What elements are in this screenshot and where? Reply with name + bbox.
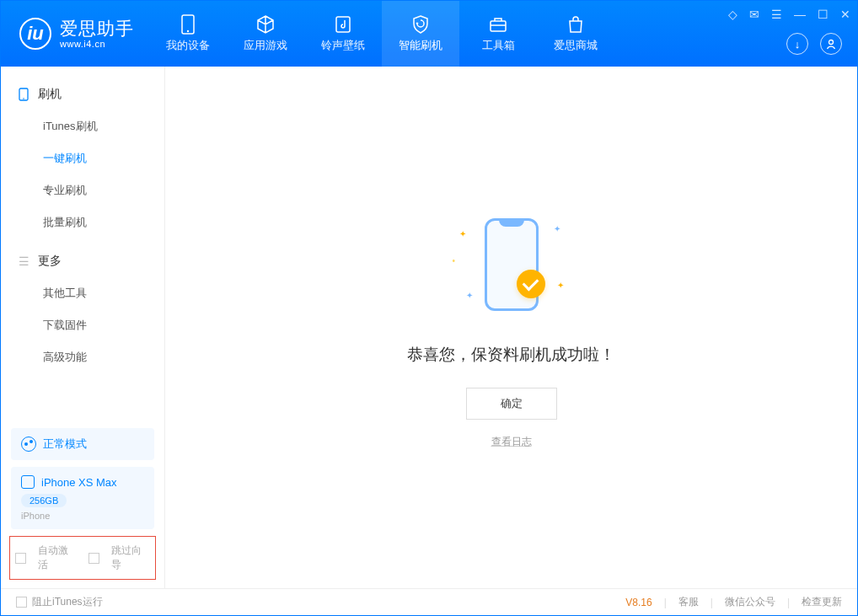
window-controls: ◇ ✉ ☰ ― ☐ ✕ (728, 8, 850, 21)
music-icon (333, 14, 353, 35)
device-type: iPhone (21, 511, 144, 521)
sidebar-item-other-tools[interactable]: 其他工具 (1, 277, 164, 309)
separator: | (787, 597, 790, 608)
sidebar-item-batch-flash[interactable]: 批量刷机 (1, 206, 164, 238)
check-icon (517, 270, 545, 298)
list-icon: ☰ (18, 255, 29, 267)
storage-badge: 256GB (21, 494, 67, 507)
block-itunes-checkbox[interactable] (16, 597, 27, 608)
svg-point-1 (187, 30, 189, 32)
logo: iu 爱思助手 www.i4.cn (1, 18, 149, 50)
group-title: 更多 (38, 254, 62, 269)
sidebar-item-advanced[interactable]: 高级功能 (1, 341, 164, 373)
mode-card[interactable]: 正常模式 (11, 428, 154, 460)
shield-icon (410, 14, 431, 35)
tshirt-icon[interactable]: ◇ (728, 8, 737, 21)
header-right-icons: ↓ (786, 33, 842, 55)
sidebar-item-oneclick-flash[interactable]: 一键刷机 (1, 142, 164, 174)
minimize-icon[interactable]: ― (794, 8, 806, 21)
sidebar-item-download-firmware[interactable]: 下载固件 (1, 309, 164, 341)
view-log-link[interactable]: 查看日志 (491, 435, 532, 449)
feedback-icon[interactable]: ✉ (749, 8, 759, 21)
auto-activate-label: 自动激活 (38, 544, 77, 572)
svg-rect-3 (491, 21, 506, 31)
maximize-icon[interactable]: ☐ (818, 8, 829, 21)
device-icon (178, 14, 198, 35)
content-area: ✦ ✦ ✦ ✦ • 恭喜您，保资料刷机成功啦！ 确定 查看日志 (165, 67, 857, 588)
footer: 阻止iTunes运行 V8.16 | 客服 | 微信公众号 | 检查更新 (1, 588, 857, 615)
sparkle-icon: ✦ (557, 281, 564, 290)
tab-my-device[interactable]: 我的设备 (149, 1, 227, 67)
sidebar-group-more: ☰ 更多 (1, 249, 164, 277)
separator: | (711, 597, 713, 608)
tab-apps-games[interactable]: 应用游戏 (227, 1, 304, 67)
sparkle-icon: • (453, 256, 456, 265)
device-name: iPhone XS Max (41, 476, 117, 489)
success-message: 恭喜您，保资料刷机成功啦！ (407, 344, 615, 366)
version-label: V8.16 (625, 597, 652, 608)
sidebar: 刷机 iTunes刷机 一键刷机 专业刷机 批量刷机 ☰ 更多 其他工具 下载固… (1, 67, 165, 588)
sidebar-group-flash: 刷机 (1, 82, 164, 110)
ok-button[interactable]: 确定 (466, 388, 557, 420)
success-illustration: ✦ ✦ ✦ ✦ • (453, 206, 571, 324)
tab-ringtone-wallpaper[interactable]: 铃声壁纸 (304, 1, 382, 67)
svg-point-6 (23, 98, 24, 99)
logo-icon: iu (19, 18, 51, 50)
footer-link-update[interactable]: 检查更新 (802, 595, 842, 609)
user-icon[interactable] (820, 33, 842, 55)
footer-link-support[interactable]: 客服 (678, 595, 699, 609)
app-name: 爱思助手 (60, 19, 134, 38)
tab-label: 铃声壁纸 (321, 38, 365, 53)
separator: | (664, 597, 667, 608)
download-icon[interactable]: ↓ (786, 33, 808, 55)
sparkle-icon: ✦ (466, 291, 473, 300)
tab-store[interactable]: 爱思商城 (537, 1, 614, 67)
footer-link-wechat[interactable]: 微信公众号 (725, 595, 775, 609)
tab-label: 应用游戏 (244, 38, 287, 53)
tab-label: 工具箱 (482, 38, 515, 53)
auto-activate-checkbox[interactable] (15, 553, 26, 564)
tab-smart-flash[interactable]: 智能刷机 (382, 1, 459, 67)
tab-toolbox[interactable]: 工具箱 (459, 1, 537, 67)
phone-icon (18, 88, 29, 100)
checkbox-row: 自动激活 跳过向导 (9, 536, 156, 580)
skip-guide-label: 跳过向导 (111, 544, 150, 572)
main-tabs: 我的设备 应用游戏 铃声壁纸 智能刷机 工具箱 爱思商城 (149, 1, 614, 67)
sidebar-item-pro-flash[interactable]: 专业刷机 (1, 174, 164, 206)
sparkle-icon: ✦ (459, 229, 466, 238)
toolbox-icon (488, 14, 508, 35)
tab-label: 我的设备 (166, 38, 210, 53)
app-url: www.i4.cn (60, 39, 134, 49)
group-title: 刷机 (38, 87, 62, 102)
cube-icon (255, 14, 276, 35)
tab-label: 智能刷机 (399, 38, 442, 53)
svg-point-4 (829, 40, 834, 45)
menu-icon[interactable]: ☰ (771, 8, 782, 21)
sparkle-icon: ✦ (554, 224, 560, 233)
tab-label: 爱思商城 (554, 38, 598, 53)
skip-guide-checkbox[interactable] (88, 553, 99, 564)
bag-icon (566, 14, 586, 35)
device-card[interactable]: iPhone XS Max 256GB iPhone (11, 467, 154, 529)
close-icon[interactable]: ✕ (840, 8, 850, 21)
device-icon (21, 475, 35, 489)
mode-icon (21, 437, 36, 452)
sidebar-item-itunes-flash[interactable]: iTunes刷机 (1, 110, 164, 142)
block-itunes-label: 阻止iTunes运行 (32, 595, 103, 609)
header: iu 爱思助手 www.i4.cn 我的设备 应用游戏 铃声壁纸 智能刷机 工具… (1, 1, 857, 67)
mode-label: 正常模式 (43, 437, 87, 452)
